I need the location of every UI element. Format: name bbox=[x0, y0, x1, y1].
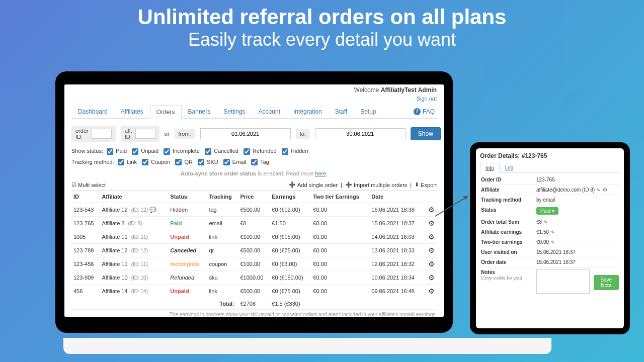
table-row: 123-543Affiliate 12 (ID: 12) 💬Hiddentag€… bbox=[71, 203, 437, 217]
order-id-filter: order ID: bbox=[71, 126, 116, 142]
detail-screen: Order Details: #123-765 InfoLog Order ID… bbox=[476, 148, 624, 328]
svg-marker-1 bbox=[463, 196, 468, 200]
orders-table: IDAffiliateStatusTrackingPriceEarningsTw… bbox=[71, 191, 437, 310]
to-date-input[interactable] bbox=[315, 128, 406, 139]
detail-affiliate: Affiliateaffiliate@demo.com (ID 8) ✎ ⚙ bbox=[480, 185, 620, 195]
detail-visited: User visited on15.06.2021 18:37 bbox=[480, 247, 620, 257]
status-badge[interactable]: Paid ▾ bbox=[536, 207, 558, 215]
detail-aff-earn: Affiliate earnings€1.50 ✎ bbox=[480, 227, 620, 237]
edit-icon[interactable]: ✎ bbox=[551, 240, 555, 245]
faq-link[interactable]: i FAQ bbox=[414, 108, 437, 115]
table-row: 123-789Affiliate 12 (ID: 12)Cancelledqr€… bbox=[71, 244, 437, 257]
download-icon: ⬇ bbox=[415, 182, 419, 188]
topbar: Welcome AffiliatlyTest Admin bbox=[71, 84, 437, 96]
status-refunded-checkbox[interactable] bbox=[244, 148, 250, 155]
show-button[interactable]: Show bbox=[411, 127, 441, 140]
edit-icon[interactable]: ✎ bbox=[597, 188, 601, 193]
col-date: Date bbox=[369, 191, 424, 203]
table-row: 456Affiliate 14 (ID: 14)Unpaidlink€500.0… bbox=[71, 285, 437, 298]
col-two-tier-earnings: Two tier Earnings bbox=[311, 191, 369, 203]
edit-icon[interactable]: ✎ bbox=[551, 230, 555, 235]
autosync-link[interactable]: here bbox=[315, 170, 326, 176]
nav-dashboard[interactable]: Dashboard bbox=[71, 105, 114, 118]
detail-tabs: InfoLog bbox=[480, 162, 620, 173]
tracking-tag-checkbox[interactable] bbox=[251, 159, 258, 165]
status-unpaid-checkbox[interactable] bbox=[132, 148, 138, 155]
row-settings-icon[interactable]: ⚙ bbox=[424, 257, 437, 271]
svg-line-0 bbox=[435, 196, 468, 216]
nav-staff[interactable]: Staff bbox=[329, 105, 354, 118]
laptop-frame: Welcome AffiliatlyTest Admin Sign out Da… bbox=[55, 71, 453, 333]
notes-textarea[interactable] bbox=[536, 269, 590, 294]
col-earnings: Earnings bbox=[270, 191, 311, 203]
nav-account[interactable]: Account bbox=[252, 105, 287, 118]
col-affiliate: Affiliate bbox=[100, 191, 168, 203]
status-cancelled-checkbox[interactable] bbox=[205, 148, 211, 155]
status-incomplete-checkbox[interactable] bbox=[164, 148, 170, 155]
nav-affiliates[interactable]: Affiliates bbox=[114, 105, 150, 118]
detail-tab-info[interactable]: Info bbox=[480, 163, 500, 173]
status-hidden-checkbox[interactable] bbox=[282, 148, 288, 155]
sign-out-link[interactable]: Sign out bbox=[417, 96, 437, 102]
status-paid-checkbox[interactable] bbox=[107, 148, 113, 155]
nav-setup[interactable]: Setup bbox=[354, 105, 382, 118]
edit-icon[interactable]: ✎ bbox=[544, 220, 548, 225]
col-tracking: Tracking bbox=[207, 191, 238, 203]
detail-odate: Order date15.06.2021 18:37 bbox=[480, 257, 620, 267]
tracking-sku-checkbox[interactable] bbox=[198, 159, 204, 165]
col-status: Status bbox=[168, 191, 207, 203]
export-button[interactable]: ⬇Export bbox=[415, 182, 437, 188]
row-settings-icon[interactable]: ⚙ bbox=[424, 271, 437, 285]
aff-id-filter: aff. ID: bbox=[121, 126, 159, 142]
account-name: AffiliatlyTest Admin bbox=[381, 86, 437, 94]
detail-title: Order Details: #123-765 bbox=[480, 152, 620, 159]
main-screen: Welcome AffiliatlyTest Admin Sign out Da… bbox=[64, 84, 444, 317]
main-nav: DashboardAffiliatesOrdersBannersSettings… bbox=[71, 105, 437, 119]
table-row: 123-909Affiliate 10 (ID: 10)Refundedsku€… bbox=[71, 271, 437, 285]
nav-settings[interactable]: Settings bbox=[217, 105, 252, 118]
status-filter-row: Show status: Paid Unpaid Incomplete Canc… bbox=[71, 146, 437, 157]
detail-tab-log[interactable]: Log bbox=[500, 162, 519, 172]
row-settings-icon[interactable]: ⚙ bbox=[424, 230, 437, 244]
headline-title: Unlimited referral orders on all plans bbox=[0, 5, 644, 29]
table-row: 123-456Affiliate 11 (ID: 11)Incompleteco… bbox=[71, 257, 437, 271]
table-toolbar: ☑ Multi select ➕Add single order | ➕Impo… bbox=[71, 179, 437, 191]
laptop-base bbox=[63, 338, 551, 354]
nav-banners[interactable]: Banners bbox=[182, 105, 217, 118]
nav-integration[interactable]: Integration bbox=[287, 105, 329, 118]
tracking-filter-row: Tracking method: Link Coupon QR SKU Emai… bbox=[71, 157, 437, 168]
comment-icon: 💬 bbox=[149, 207, 156, 213]
multi-select-toggle[interactable]: ☑ Multi select bbox=[71, 182, 106, 188]
row-settings-icon[interactable]: ⚙ bbox=[424, 285, 437, 298]
col-id: ID bbox=[71, 191, 100, 203]
filter-bar: order ID: aff. ID: or from: to: Show bbox=[71, 119, 437, 146]
tracking-link-checkbox[interactable] bbox=[118, 159, 124, 165]
detail-order-id: Order ID123-765 bbox=[480, 175, 620, 185]
tracking-qr-checkbox[interactable] bbox=[175, 159, 182, 165]
col-price: Price bbox=[238, 191, 270, 203]
tracking-coupon-checkbox[interactable] bbox=[142, 159, 148, 165]
info-icon: i bbox=[414, 108, 421, 115]
from-filter: from: bbox=[175, 129, 195, 139]
detail-status: StatusPaid ▾ bbox=[480, 205, 620, 217]
tracking-email-checkbox[interactable] bbox=[223, 159, 230, 165]
or-label: or bbox=[165, 131, 170, 137]
from-date-input[interactable] bbox=[200, 128, 291, 139]
row-settings-icon[interactable]: ⚙ bbox=[424, 244, 437, 257]
autosync-note: Auto-sync store order status is enabled.… bbox=[71, 167, 437, 179]
order-id-input[interactable] bbox=[92, 129, 112, 139]
headline-subtitle: Easily track every detail you want bbox=[0, 29, 644, 50]
gear-icon[interactable]: ⚙ bbox=[603, 187, 607, 193]
welcome-prefix: Welcome bbox=[354, 86, 381, 94]
detail-two: Two-tier earnings€0.00 ✎ bbox=[480, 237, 620, 247]
arrow-annotation bbox=[433, 194, 473, 219]
table-row: 123-765Affiliate 8 (ID: 8)Paidemail€8€1.… bbox=[71, 217, 437, 230]
save-note-button[interactable]: Save Note bbox=[594, 275, 619, 290]
plus-icon: ➕ bbox=[289, 182, 296, 188]
add-single-order-button[interactable]: ➕Add single order bbox=[289, 182, 338, 188]
import-multiple-orders-button[interactable]: ➕Import multiple orders bbox=[345, 182, 407, 188]
nav-orders[interactable]: Orders bbox=[150, 105, 182, 119]
aff-id-input[interactable] bbox=[135, 129, 155, 139]
detail-tracking: Tracking methodby email bbox=[480, 195, 620, 205]
to-filter: to: bbox=[296, 129, 310, 139]
